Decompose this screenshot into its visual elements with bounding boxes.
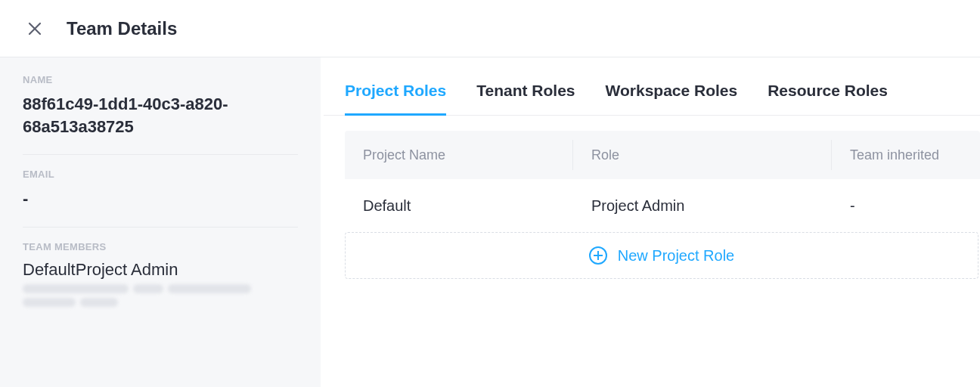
tab-project-roles[interactable]: Project Roles <box>345 82 446 115</box>
th-project-name: Project Name <box>345 140 573 170</box>
roles-tabs: Project Roles Tenant Roles Workspace Rol… <box>324 57 980 116</box>
th-team-inherited: Team inherited <box>832 140 980 170</box>
th-role: Role <box>573 140 832 170</box>
project-roles-table: Project Name Role Team inherited Default… <box>324 116 980 279</box>
page-title: Team Details <box>67 18 177 39</box>
plus-circle-icon <box>589 246 607 265</box>
page-header: Team Details <box>0 0 980 57</box>
add-project-role-label: New Project Role <box>618 247 735 265</box>
divider <box>23 154 298 155</box>
main-panel: Project Roles Tenant Roles Workspace Rol… <box>321 57 980 387</box>
tab-resource-roles[interactable]: Resource Roles <box>768 82 888 115</box>
members-label: TEAM MEMBERS <box>23 241 298 252</box>
td-project-name: Default <box>345 197 573 215</box>
divider <box>23 227 298 228</box>
table-header-row: Project Name Role Team inherited <box>345 131 980 179</box>
add-project-role-button[interactable]: New Project Role <box>345 232 978 279</box>
close-button[interactable] <box>24 18 45 39</box>
close-icon <box>27 21 42 36</box>
email-value: - <box>23 187 298 210</box>
email-label: EMAIL <box>23 169 298 180</box>
table-row: Default Project Admin - <box>345 179 980 232</box>
member-item: DefaultProject Admin <box>23 260 298 280</box>
td-team-inherited: - <box>832 197 980 215</box>
td-role: Project Admin <box>573 197 832 215</box>
team-details-sidebar: NAME 88f61c49-1dd1-40c3-a820-68a513a3872… <box>0 57 321 387</box>
name-value: 88f61c49-1dd1-40c3-a820-68a513a38725 <box>23 93 298 138</box>
name-label: NAME <box>23 74 298 85</box>
redacted-area <box>23 284 298 307</box>
tab-workspace-roles[interactable]: Workspace Roles <box>606 82 738 115</box>
tab-tenant-roles[interactable]: Tenant Roles <box>476 82 575 115</box>
